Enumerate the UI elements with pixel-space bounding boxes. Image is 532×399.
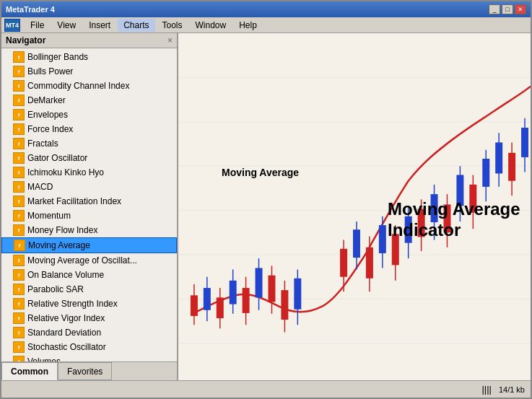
tab-common[interactable]: Common xyxy=(1,362,58,380)
svg-rect-19 xyxy=(256,268,263,297)
nav-item-momentum[interactable]: f Momentum xyxy=(1,209,177,223)
svg-rect-29 xyxy=(353,229,360,258)
indicator-icon: f xyxy=(13,255,25,266)
navigator-title: Navigator xyxy=(6,35,45,45)
indicator-icon: f xyxy=(13,327,25,338)
nav-item-ichimoku[interactable]: f Ichimoku Kinko Hyo xyxy=(1,165,177,180)
nav-item-parabolic-sar[interactable]: f Parabolic SAR xyxy=(1,282,177,297)
nav-item-on-balance-volume[interactable]: f On Balance Volume xyxy=(1,268,177,282)
close-button[interactable]: ✕ xyxy=(515,4,526,14)
nav-item-moving-average[interactable]: f Moving Average xyxy=(1,237,177,253)
svg-rect-49 xyxy=(482,159,489,187)
svg-rect-55 xyxy=(521,128,528,157)
svg-rect-21 xyxy=(268,276,275,302)
nav-item-rsi[interactable]: f Relative Strength Index xyxy=(1,297,177,311)
indicator-icon: f xyxy=(13,210,25,222)
nav-item-commodity-channel-index[interactable]: f Commodity Channel Index xyxy=(1,79,177,93)
main-area: Navigator × f Bollinger Bands f Bulls Po… xyxy=(1,33,531,380)
menu-bar: MT4 File View Insert Charts Tools Window… xyxy=(1,17,531,33)
navigator-header: Navigator × xyxy=(1,33,177,48)
svg-rect-9 xyxy=(191,295,198,316)
chart-label-moving-average-large: Moving Average Indicator xyxy=(388,199,520,241)
menu-insert[interactable]: Insert xyxy=(83,19,116,32)
nav-item-gator-oscillator[interactable]: f Gator Oscillator xyxy=(1,151,177,165)
status-chart-icon: |||| xyxy=(481,384,492,395)
nav-item-envelopes[interactable]: f Envelopes xyxy=(1,108,177,122)
title-bar: MetaTrader 4 _ □ ✕ xyxy=(1,1,531,17)
nav-item-stochastic[interactable]: f Stochastic Oscillator xyxy=(1,340,177,354)
app-logo: MT4 xyxy=(4,19,20,32)
indicator-icon: f xyxy=(13,312,25,324)
nav-item-force-index[interactable]: f Force Index xyxy=(1,122,177,136)
nav-item-fractals[interactable]: f Fractals xyxy=(1,136,177,151)
indicator-icon: f xyxy=(13,66,25,77)
nav-item-macd[interactable]: f MACD xyxy=(1,180,177,194)
indicator-icon: f xyxy=(13,356,25,361)
nav-item-standard-deviation[interactable]: f Standard Deviation xyxy=(1,325,177,340)
indicator-icon: f xyxy=(13,196,25,207)
svg-rect-31 xyxy=(366,247,373,279)
nav-item-money-flow[interactable]: f Money Flow Index xyxy=(1,223,177,237)
status-size: 14/1 kb xyxy=(499,385,525,394)
nav-item-bollinger-bands[interactable]: f Bollinger Bands xyxy=(1,50,177,64)
indicator-icon: f xyxy=(13,341,25,353)
svg-rect-23 xyxy=(281,290,288,320)
indicator-icon: f xyxy=(13,123,25,135)
svg-rect-25 xyxy=(294,279,301,310)
indicator-icon: f xyxy=(13,152,25,164)
navigator-close-button[interactable]: × xyxy=(167,35,173,45)
chart-label-moving-average-small: Moving Average xyxy=(222,167,299,178)
indicator-icon: f xyxy=(13,269,25,281)
indicator-icon: f xyxy=(13,224,25,236)
nav-item-market-facilitation[interactable]: f Market Facilitation Index xyxy=(1,194,177,209)
main-window: MetaTrader 4 _ □ ✕ MT4 File View Insert … xyxy=(0,0,532,399)
chart-area[interactable]: Moving Average Moving Average Indicator xyxy=(178,33,531,380)
indicator-icon: f xyxy=(13,138,25,149)
nav-item-bulls-power[interactable]: f Bulls Power xyxy=(1,64,177,79)
svg-rect-33 xyxy=(379,225,386,253)
nav-item-moving-average-oscillator[interactable]: f Moving Average of Oscillat... xyxy=(1,253,177,268)
nav-item-volumes[interactable]: f Volumes xyxy=(1,354,177,361)
navigator-tabs: Common Favorites xyxy=(1,361,177,380)
window-controls: _ □ ✕ xyxy=(489,4,526,14)
indicator-icon: f xyxy=(13,95,25,106)
nav-list-container: f Bollinger Bands f Bulls Power f Commod… xyxy=(1,48,177,361)
minimize-button[interactable]: _ xyxy=(489,4,500,14)
svg-rect-15 xyxy=(230,281,237,304)
svg-rect-17 xyxy=(243,288,250,313)
indicator-icon: f xyxy=(13,167,25,178)
menu-help[interactable]: Help xyxy=(233,19,263,32)
nav-item-rvi[interactable]: f Relative Vigor Index xyxy=(1,311,177,325)
indicator-icon: f xyxy=(13,51,25,63)
window-title: MetaTrader 4 xyxy=(6,5,55,14)
indicator-icon: f xyxy=(13,181,25,193)
svg-rect-13 xyxy=(217,297,224,318)
indicator-list: f Bollinger Bands f Bulls Power f Commod… xyxy=(1,48,177,361)
maximize-button[interactable]: □ xyxy=(502,4,513,14)
menu-file[interactable]: File xyxy=(25,19,50,32)
svg-rect-51 xyxy=(495,142,502,173)
indicator-icon: f xyxy=(13,298,25,310)
menu-view[interactable]: View xyxy=(51,19,82,32)
tab-favorites[interactable]: Favorites xyxy=(58,362,112,380)
nav-item-demarker[interactable]: f DeMarker xyxy=(1,93,177,108)
menu-charts[interactable]: Charts xyxy=(118,19,154,32)
indicator-icon: f xyxy=(13,80,25,92)
indicator-icon: f xyxy=(13,109,25,120)
indicator-icon: f xyxy=(13,284,25,295)
status-bar: |||| 14/1 kb xyxy=(1,380,531,398)
navigator-panel: Navigator × f Bollinger Bands f Bulls Po… xyxy=(1,33,178,380)
svg-rect-11 xyxy=(204,288,211,310)
svg-rect-53 xyxy=(508,153,515,181)
indicator-icon: f xyxy=(14,240,25,251)
menu-window[interactable]: Window xyxy=(190,19,232,32)
svg-rect-27 xyxy=(340,249,347,277)
menu-tools[interactable]: Tools xyxy=(157,19,188,32)
